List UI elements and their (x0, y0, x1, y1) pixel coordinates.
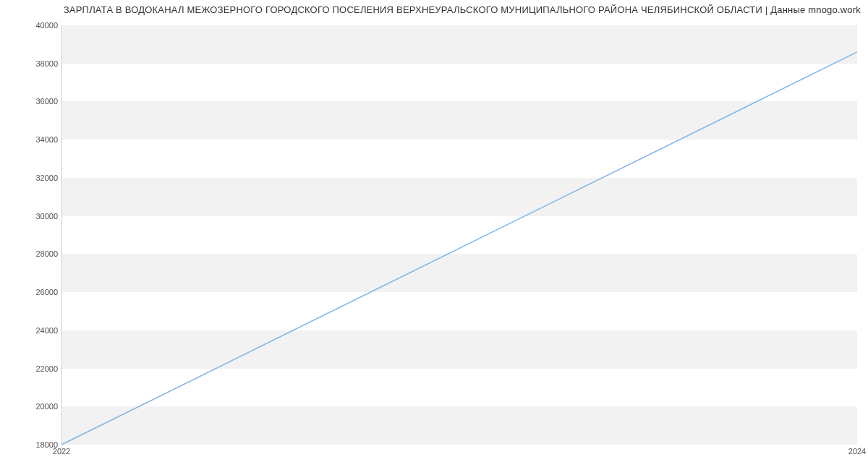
y-tick-label: 20000 (14, 402, 58, 411)
y-tick-label: 22000 (14, 364, 58, 373)
y-tick-label: 36000 (14, 97, 58, 106)
line-layer (61, 25, 857, 445)
y-tick-label: 18000 (14, 440, 58, 449)
y-tick-label: 26000 (14, 288, 58, 296)
chart-title: ЗАРПЛАТА В ВОДОКАНАЛ МЕЖОЗЕРНОГО ГОРОДСК… (7, 4, 861, 15)
y-tick-label: 28000 (14, 249, 58, 258)
y-tick-label: 38000 (14, 59, 58, 68)
y-tick-label: 24000 (14, 326, 58, 335)
x-tick-label: 2022 (53, 447, 70, 456)
x-tick-label: 2024 (848, 447, 866, 456)
y-tick-label: 30000 (14, 212, 58, 221)
plot-area (61, 25, 857, 445)
y-tick-label: 40000 (14, 21, 58, 30)
chart-container: ЗАРПЛАТА В ВОДОКАНАЛ МЕЖОЗЕРНОГО ГОРОДСК… (0, 0, 868, 470)
y-tick-label: 32000 (14, 174, 58, 182)
series-line (61, 52, 857, 445)
y-tick-label: 34000 (14, 135, 58, 144)
